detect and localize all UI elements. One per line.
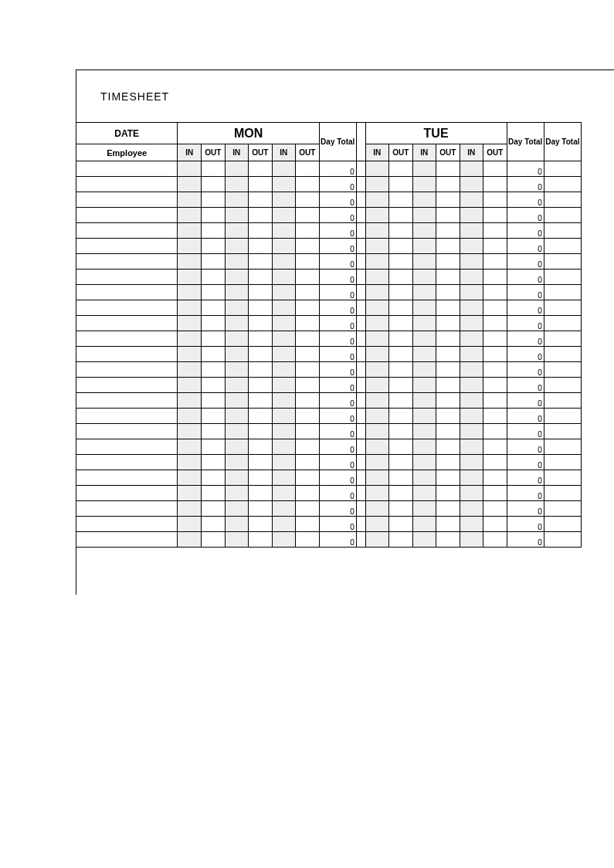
in-cell[interactable] (178, 223, 202, 239)
in-cell[interactable] (460, 424, 483, 439)
out-cell[interactable] (202, 486, 226, 501)
in-cell[interactable] (365, 270, 389, 285)
in-cell[interactable] (225, 424, 249, 439)
in-cell[interactable] (272, 439, 296, 455)
in-cell[interactable] (365, 424, 389, 439)
employee-cell[interactable] (76, 517, 178, 532)
in-cell[interactable] (365, 239, 389, 254)
in-cell[interactable] (460, 254, 483, 270)
out-cell[interactable] (483, 455, 507, 470)
in-cell[interactable] (225, 239, 249, 254)
in-cell[interactable] (412, 501, 436, 517)
in-cell[interactable] (412, 393, 436, 409)
employee-cell[interactable] (76, 177, 178, 192)
in-cell[interactable] (365, 208, 389, 223)
in-cell[interactable] (412, 254, 436, 270)
out-cell[interactable] (249, 501, 273, 517)
out-cell[interactable] (249, 470, 273, 486)
out-cell[interactable] (296, 254, 320, 270)
out-cell[interactable] (436, 393, 460, 409)
employee-cell[interactable] (76, 455, 178, 470)
out-cell[interactable] (296, 393, 320, 409)
in-cell[interactable] (225, 223, 249, 239)
employee-cell[interactable] (76, 347, 178, 362)
employee-cell[interactable] (76, 223, 178, 239)
in-cell[interactable] (365, 161, 389, 177)
in-cell[interactable] (365, 501, 389, 517)
in-cell[interactable] (225, 501, 249, 517)
employee-cell[interactable] (76, 316, 178, 331)
in-cell[interactable] (412, 208, 436, 223)
in-cell[interactable] (412, 316, 436, 331)
out-cell[interactable] (202, 455, 226, 470)
in-cell[interactable] (365, 300, 389, 316)
out-cell[interactable] (436, 378, 460, 393)
out-cell[interactable] (296, 270, 320, 285)
in-cell[interactable] (460, 208, 483, 223)
in-cell[interactable] (460, 532, 483, 548)
out-cell[interactable] (436, 161, 460, 177)
employee-cell[interactable] (76, 378, 178, 393)
out-cell[interactable] (483, 409, 507, 424)
in-cell[interactable] (225, 316, 249, 331)
out-cell[interactable] (249, 362, 273, 378)
employee-cell[interactable] (76, 239, 178, 254)
in-cell[interactable] (225, 470, 249, 486)
in-cell[interactable] (225, 161, 249, 177)
in-cell[interactable] (225, 486, 249, 501)
in-cell[interactable] (460, 501, 483, 517)
out-cell[interactable] (249, 409, 273, 424)
out-cell[interactable] (389, 439, 413, 455)
in-cell[interactable] (412, 409, 436, 424)
in-cell[interactable] (460, 439, 483, 455)
in-cell[interactable] (272, 378, 296, 393)
employee-cell[interactable] (76, 192, 178, 208)
in-cell[interactable] (178, 161, 202, 177)
out-cell[interactable] (202, 501, 226, 517)
out-cell[interactable] (483, 470, 507, 486)
out-cell[interactable] (436, 439, 460, 455)
out-cell[interactable] (296, 316, 320, 331)
out-cell[interactable] (202, 331, 226, 347)
out-cell[interactable] (296, 532, 320, 548)
in-cell[interactable] (460, 455, 483, 470)
out-cell[interactable] (249, 347, 273, 362)
in-cell[interactable] (412, 300, 436, 316)
out-cell[interactable] (202, 285, 226, 300)
in-cell[interactable] (225, 378, 249, 393)
out-cell[interactable] (389, 208, 413, 223)
in-cell[interactable] (460, 192, 483, 208)
in-cell[interactable] (178, 177, 202, 192)
employee-cell[interactable] (76, 486, 178, 501)
in-cell[interactable] (412, 285, 436, 300)
in-cell[interactable] (365, 331, 389, 347)
out-cell[interactable] (389, 300, 413, 316)
out-cell[interactable] (483, 300, 507, 316)
employee-cell[interactable] (76, 424, 178, 439)
out-cell[interactable] (296, 470, 320, 486)
out-cell[interactable] (483, 486, 507, 501)
in-cell[interactable] (365, 223, 389, 239)
out-cell[interactable] (483, 362, 507, 378)
out-cell[interactable] (389, 270, 413, 285)
in-cell[interactable] (460, 331, 483, 347)
in-cell[interactable] (412, 161, 436, 177)
in-cell[interactable] (272, 486, 296, 501)
out-cell[interactable] (296, 331, 320, 347)
in-cell[interactable] (225, 285, 249, 300)
out-cell[interactable] (296, 161, 320, 177)
out-cell[interactable] (483, 239, 507, 254)
out-cell[interactable] (483, 270, 507, 285)
in-cell[interactable] (460, 300, 483, 316)
employee-cell[interactable] (76, 470, 178, 486)
out-cell[interactable] (436, 331, 460, 347)
out-cell[interactable] (436, 424, 460, 439)
out-cell[interactable] (389, 393, 413, 409)
employee-cell[interactable] (76, 208, 178, 223)
in-cell[interactable] (178, 409, 202, 424)
in-cell[interactable] (178, 378, 202, 393)
out-cell[interactable] (202, 239, 226, 254)
in-cell[interactable] (272, 347, 296, 362)
in-cell[interactable] (178, 254, 202, 270)
in-cell[interactable] (272, 424, 296, 439)
